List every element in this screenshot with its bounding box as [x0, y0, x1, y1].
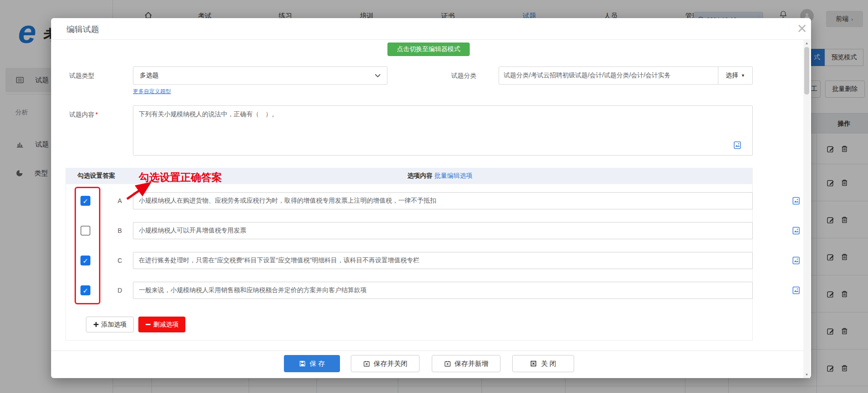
option-text: 一般来说，小规模纳税人采用销售额和应纳税额合并定价的方案并向客户结算款项 [139, 286, 367, 294]
option-text-input[interactable]: 小规模纳税人在购进货物、应税劳务或应税行为时，取得的增值税专用发票上注明的增值税… [133, 192, 753, 209]
check-answer-header: 勾选设置答案 [77, 172, 115, 180]
insert-image-icon[interactable] [792, 227, 800, 237]
scroll-down-icon[interactable]: ▼ [803, 371, 810, 378]
category-input[interactable]: 试题分类/考试云招聘初级试题/会计/试题分类/会计/会计实务 [499, 67, 718, 84]
option-text: 小规模纳税人在购进货物、应税劳务或应税行为时，取得的增值税专用发票上注明的增值税… [139, 197, 436, 205]
close-button[interactable]: 关 闭 [512, 355, 574, 372]
save-label: 保 存 [310, 360, 325, 368]
question-type-label: 试题类型 [69, 72, 94, 80]
question-type-select[interactable]: 多选题 [133, 66, 387, 85]
save-icon [299, 360, 306, 367]
annotation-arrow [122, 177, 158, 202]
batch-edit-options-link[interactable]: 批量编辑选项 [434, 172, 472, 180]
minus-icon [145, 322, 151, 327]
question-category-label: 试题分类 [451, 72, 476, 80]
save-new-icon [444, 360, 451, 367]
footer-divider [51, 350, 811, 351]
save-and-new-button[interactable]: 保存并新增 [432, 355, 500, 372]
option-text-input[interactable]: 小规模纳税人可以开具增值税专用发票 [133, 222, 753, 239]
remove-option-button[interactable]: 删减选项 [138, 317, 185, 332]
option-row-d: D 一般来说，小规模纳税人采用销售额和应纳税额合并定价的方案并向客户结算款项 [51, 282, 811, 299]
save-close-icon [363, 360, 370, 367]
scrollbar-thumb[interactable] [804, 47, 809, 95]
option-letter: C [114, 252, 125, 269]
option-row-c: C 在进行账务处理时，只需在“应交税费“科目下设置“应交增值税”明细科目，该科目… [51, 252, 811, 269]
category-select-button[interactable]: 选择 ▼ [718, 67, 752, 84]
category-select-label: 选择 [726, 71, 738, 80]
add-option-label: 添加选项 [101, 321, 127, 329]
question-content-textarea[interactable]: 下列有关小规模纳税人的说法中，正确有（ ）。 [133, 105, 753, 156]
modal-header: 编辑试题 [51, 18, 811, 40]
insert-image-icon[interactable] [733, 141, 741, 151]
save-and-close-button[interactable]: 保存并关闭 [351, 355, 420, 372]
close-square-icon [530, 360, 537, 367]
question-category-field: 试题分类/考试云招聘初级试题/会计/试题分类/会计/会计实务 选择 ▼ [499, 66, 753, 85]
insert-image-icon[interactable] [792, 197, 800, 207]
more-custom-types-link[interactable]: 更多自定义题型 [133, 88, 171, 95]
plus-icon [93, 322, 99, 327]
option-letter: B [114, 222, 125, 239]
screen: e 考 试题 分析 试题 类型 考试 练习 培训 证书 [0, 0, 868, 393]
save-close-label: 保存并关闭 [374, 360, 408, 368]
required-asterisk: * [95, 111, 98, 118]
modal-title: 编辑试题 [66, 24, 99, 35]
option-content-header: 选项内容 [407, 172, 433, 180]
option-text: 小规模纳税人可以开具增值税专用发票 [139, 227, 246, 235]
add-option-button[interactable]: 添加选项 [86, 317, 134, 332]
edit-question-modal: 编辑试题 ✕ 点击切换至编辑器模式 试题类型 多选题 更多自定义题型 试题分类 … [51, 18, 811, 378]
remove-option-label: 删减选项 [153, 321, 179, 329]
option-text-input[interactable]: 在进行账务处理时，只需在“应交税费“科目下设置“应交增值税”明细科目，该科目不再… [133, 252, 753, 269]
close-icon[interactable]: ✕ [794, 20, 810, 37]
caret-down-icon: ▼ [741, 73, 745, 78]
modal-scrollbar[interactable]: ▲ ▼ [803, 40, 810, 378]
chevron-down-icon [375, 72, 381, 79]
option-row-b: B 小规模纳税人可以开具增值税专用发票 [51, 222, 811, 239]
close-label: 关 闭 [541, 360, 556, 368]
question-content-label: 试题内容* [69, 111, 98, 119]
option-row-a: A 小规模纳税人在购进货物、应税劳务或应税行为时，取得的增值税专用发票上注明的增… [51, 192, 811, 209]
scroll-up-icon[interactable]: ▲ [803, 40, 810, 47]
insert-image-icon[interactable] [792, 256, 800, 266]
save-new-label: 保存并新增 [455, 360, 489, 368]
option-letter: D [114, 282, 125, 299]
save-button[interactable]: 保 存 [284, 355, 340, 372]
insert-image-icon[interactable] [792, 286, 800, 296]
option-text-input[interactable]: 一般来说，小规模纳税人采用销售额和应纳税额合并定价的方案并向客户结算款项 [133, 282, 753, 299]
switch-editor-mode-button[interactable]: 点击切换至编辑器模式 [387, 43, 470, 56]
annotation-highlight-box [75, 187, 100, 304]
option-text: 在进行账务处理时，只需在“应交税费“科目下设置“应交增值税”明细科目，该科目不再… [139, 256, 420, 265]
question-content-text: 下列有关小规模纳税人的说法中，正确有（ ）。 [139, 110, 278, 118]
question-type-value: 多选题 [140, 71, 159, 80]
